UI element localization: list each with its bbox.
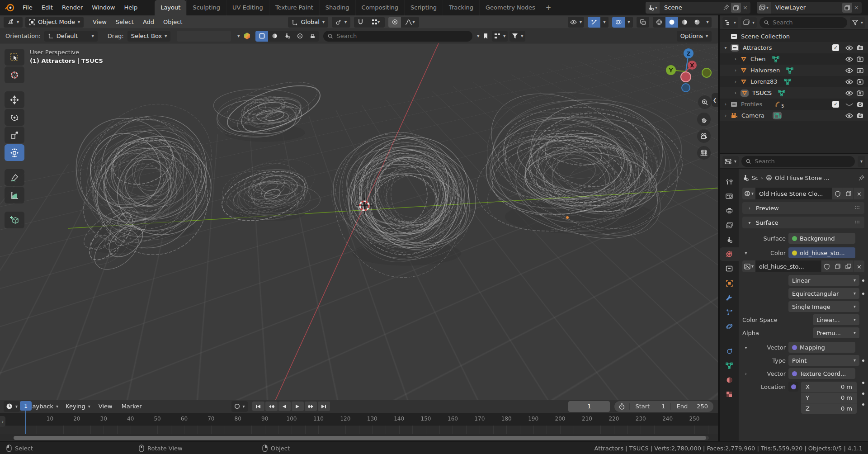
tab-geometry-nodes[interactable]: Geometry Nodes bbox=[479, 0, 541, 15]
shading-solid-button[interactable] bbox=[665, 17, 678, 28]
outliner-row-camera[interactable]: › Camera bbox=[720, 110, 868, 121]
camera-on-icon[interactable] bbox=[857, 113, 863, 118]
location-x-field[interactable]: X0 m bbox=[801, 382, 857, 392]
tab-scripting[interactable]: Scripting bbox=[404, 0, 443, 15]
pin-icon[interactable] bbox=[859, 175, 864, 181]
tab-tool[interactable] bbox=[720, 175, 739, 189]
pivot-point-button[interactable]: ▾ bbox=[332, 17, 350, 28]
tab-shading[interactable]: Shading bbox=[319, 0, 355, 15]
timeline-scrollbar[interactable] bbox=[14, 436, 709, 440]
shading-settings-button[interactable]: ▾ bbox=[706, 20, 708, 24]
camera-view-button[interactable] bbox=[697, 129, 711, 143]
expand-arrow[interactable]: › bbox=[732, 79, 739, 84]
camera-on-icon[interactable] bbox=[857, 101, 863, 107]
filter-brush-toggle[interactable] bbox=[306, 31, 319, 42]
tab-world[interactable] bbox=[720, 247, 739, 261]
outliner-row-attractors[interactable]: ▾ Attractors ✓ bbox=[720, 42, 868, 53]
tab-object[interactable] bbox=[720, 276, 739, 290]
unlink-world-button[interactable]: × bbox=[854, 188, 864, 199]
outliner-row-scene-collection[interactable]: Scene Collection bbox=[720, 31, 868, 42]
tab-scene[interactable] bbox=[720, 233, 739, 246]
playhead[interactable] bbox=[25, 411, 26, 434]
tab-tracking[interactable]: Tracking bbox=[443, 0, 479, 15]
scene-name[interactable]: Scene bbox=[660, 4, 721, 11]
outliner-row-tsucs[interactable]: › TSUCS bbox=[720, 87, 868, 99]
menu-object[interactable]: Object bbox=[159, 16, 187, 28]
annotate-tool[interactable] bbox=[5, 169, 24, 186]
alpha-dropdown[interactable]: Premu...▾ bbox=[813, 327, 859, 338]
viewlayer-browse-button[interactable]: ▾ bbox=[757, 2, 771, 14]
filter-fluid-toggle[interactable] bbox=[281, 31, 293, 42]
move-tool[interactable] bbox=[5, 91, 24, 108]
camera-off-icon[interactable] bbox=[857, 90, 863, 96]
outliner-display-mode[interactable]: ▾ bbox=[722, 17, 738, 28]
tab-compositing[interactable]: Compositing bbox=[355, 0, 405, 15]
eye-open-icon[interactable] bbox=[845, 90, 853, 96]
tab-view-layer[interactable] bbox=[720, 218, 739, 232]
preview-panel-header[interactable]: ›Preview bbox=[742, 202, 864, 214]
shading-wireframe-button[interactable] bbox=[653, 17, 665, 28]
eye-open-icon[interactable] bbox=[845, 68, 853, 73]
outliner-search-input[interactable] bbox=[772, 19, 843, 26]
location-node-chip[interactable] bbox=[788, 382, 798, 392]
viewport-object-halvorsen-top[interactable] bbox=[213, 74, 326, 143]
source-dropdown[interactable]: Single Image▾ bbox=[788, 301, 859, 312]
surface-node-button[interactable]: Background bbox=[788, 233, 855, 244]
camera-off-icon[interactable] bbox=[857, 56, 863, 62]
surface-panel-header[interactable]: ▾Surface bbox=[742, 217, 864, 228]
filter-world-toggle[interactable] bbox=[293, 31, 306, 42]
current-frame-badge[interactable]: 1 bbox=[20, 401, 32, 411]
decorator-dot[interactable] bbox=[862, 393, 864, 395]
vector2-node-button[interactable]: Texture Coord... bbox=[788, 368, 855, 379]
asset-chevron[interactable]: ▾ bbox=[237, 34, 240, 38]
camera-on-icon[interactable] bbox=[857, 45, 863, 51]
next-keyframe-button[interactable] bbox=[305, 402, 317, 411]
jump-to-start-button[interactable] bbox=[252, 402, 264, 411]
viewport-object-chen[interactable] bbox=[58, 82, 233, 271]
scene-unlink-button[interactable]: × bbox=[743, 4, 748, 11]
world-browse-button[interactable]: ▾ bbox=[742, 188, 755, 199]
properties-search-input[interactable] bbox=[754, 157, 850, 165]
breadcrumb-scene[interactable]: Sc bbox=[751, 175, 758, 181]
copy-id-button[interactable] bbox=[843, 188, 854, 199]
color-node-button[interactable]: old_hiuse_sto... bbox=[788, 247, 855, 258]
projection-dropdown[interactable]: Equirectangular▾ bbox=[788, 288, 859, 299]
outliner-row-lorenz83[interactable]: › Lorenz83 bbox=[720, 76, 868, 87]
prev-keyframe-button[interactable] bbox=[265, 402, 278, 411]
filter-image-toggle[interactable] bbox=[255, 31, 268, 42]
scene-new-button[interactable] bbox=[731, 3, 741, 13]
viewport-object-halvorsen-bottom[interactable] bbox=[217, 151, 321, 229]
properties-search[interactable] bbox=[741, 156, 855, 167]
camera-off-icon[interactable] bbox=[857, 67, 863, 73]
viewlayer-name[interactable]: ViewLayer bbox=[771, 4, 840, 11]
timeline-track[interactable] bbox=[0, 425, 718, 434]
eye-closed-icon[interactable] bbox=[845, 102, 853, 107]
add-cube-tool[interactable] bbox=[5, 212, 24, 228]
menu-edit[interactable]: Edit bbox=[37, 2, 57, 14]
collection-checkbox[interactable]: ✓ bbox=[832, 44, 839, 51]
tool-settings-extra-button[interactable] bbox=[177, 31, 231, 42]
end-frame-field[interactable]: End250 bbox=[670, 403, 713, 410]
tab-object-data[interactable] bbox=[720, 359, 739, 372]
jump-to-end-button[interactable] bbox=[318, 402, 330, 411]
viewlayer-new-button[interactable] bbox=[842, 3, 852, 13]
snap-settings-button[interactable]: ▾ bbox=[367, 17, 385, 28]
mode-selector[interactable]: Object Mode▾ bbox=[25, 17, 84, 28]
tab-particles[interactable] bbox=[720, 305, 739, 319]
menu-select[interactable]: Select bbox=[111, 16, 138, 28]
outliner-search[interactable] bbox=[760, 17, 847, 28]
expand-arrow[interactable]: › bbox=[732, 90, 739, 95]
expand-arrow[interactable]: › bbox=[732, 68, 739, 73]
outliner-filter-id-button[interactable]: ▾ bbox=[741, 17, 757, 28]
timeline-view-menu[interactable]: View bbox=[94, 401, 117, 412]
prop-falloff-button[interactable]: ▾ bbox=[401, 17, 419, 28]
overlays-settings-button[interactable]: ▾ bbox=[627, 20, 630, 24]
image-name-field[interactable]: old_hiuse_sto... bbox=[755, 260, 821, 272]
expand-arrow[interactable]: › bbox=[722, 102, 729, 107]
menu-window[interactable]: Window bbox=[87, 2, 119, 14]
outliner-row-halvorsen[interactable]: › Halvorsen bbox=[720, 65, 868, 76]
transform-tool[interactable] bbox=[5, 144, 24, 161]
menu-add[interactable]: Add bbox=[138, 16, 159, 28]
filter-material-toggle[interactable] bbox=[268, 31, 281, 42]
use-preview-range-button[interactable] bbox=[614, 403, 629, 410]
